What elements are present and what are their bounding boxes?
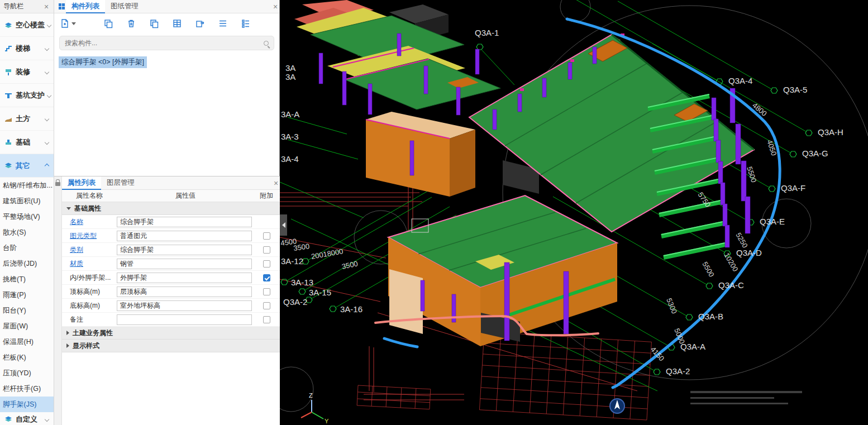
axis-label: 3A-A: [281, 109, 299, 119]
lock-icon[interactable]: [55, 182, 60, 186]
property-row: 底标高(m) 室外地坪标高: [62, 299, 280, 313]
nav-group-other[interactable]: 其它: [0, 154, 54, 178]
attach-checkbox[interactable]: [263, 302, 270, 309]
nav-item-building-area[interactable]: 建筑面积(U): [0, 193, 54, 209]
attach-checkbox[interactable]: [263, 316, 270, 323]
navigation-title: 导航栏: [3, 2, 23, 11]
nav-group-foundation[interactable]: 基础: [0, 131, 54, 154]
section-display-style[interactable]: 显示样式: [62, 340, 280, 352]
duplicate-button[interactable]: [147, 17, 161, 30]
nav-item-scaffold[interactable]: 脚手架(JS): [0, 397, 54, 412]
nav-item-canopy[interactable]: 雨蓬(P): [0, 287, 54, 303]
axis-y-label: Y: [325, 418, 329, 424]
attach-checkbox[interactable]: [263, 288, 270, 295]
component-list-item-selected[interactable]: 综合脚手架 <0> [外脚手架]: [59, 56, 147, 68]
attach-checkbox-checked[interactable]: [263, 274, 270, 281]
duplicate-icon: [149, 18, 159, 28]
new-component-button[interactable]: [60, 17, 76, 30]
prop-value-top-elevation[interactable]: 层顶标高: [117, 286, 252, 297]
nav-group-custom[interactable]: 自定义: [0, 412, 54, 425]
model-viewport[interactable]: Q3A-1 Q3A-4 Q3A-5 Q3A-H Q3A-G Q3A-F Q3A-…: [280, 0, 868, 425]
prop-name-material[interactable]: 材质: [62, 259, 117, 269]
viewport-canvas[interactable]: Q3A-1 Q3A-4 Q3A-5 Q3A-H Q3A-G Q3A-F Q3A-…: [280, 0, 868, 425]
nav-item-site-leveling[interactable]: 平整场地(V): [0, 209, 54, 225]
section-basic-properties[interactable]: 基础属性: [62, 202, 280, 215]
tab-layer-management[interactable]: 图层管理: [101, 176, 140, 190]
decoration-icon: [4, 68, 13, 77]
section-label: 显示样式: [73, 341, 99, 351]
prop-value-name[interactable]: 综合脚手架: [117, 217, 252, 227]
property-row: 类别 综合脚手架: [62, 243, 280, 257]
axis-label: 3A-16: [340, 304, 363, 314]
close-icon[interactable]: [272, 179, 280, 188]
prop-value-remark[interactable]: [117, 314, 252, 325]
delete-button[interactable]: [124, 17, 139, 30]
nav-item-parapet[interactable]: 栏板(K): [0, 350, 54, 365]
nav-item-insulation[interactable]: 保温层(H): [0, 334, 54, 350]
detail-list-button[interactable]: [216, 17, 230, 30]
nav-item-label: 脚手架(JS): [3, 400, 36, 409]
axis-label: 3A-15: [309, 288, 331, 297]
nav-item-steps[interactable]: 台阶: [0, 240, 54, 256]
prop-value-bottom-elevation[interactable]: 室外地坪标高: [117, 300, 252, 311]
tab-drawing-management[interactable]: 图纸管理: [105, 0, 144, 13]
nav-group-label: 空心楼盖: [16, 20, 45, 30]
axis-label: Q3A-2: [666, 366, 690, 376]
close-icon[interactable]: [271, 2, 279, 11]
nav-item-balcony[interactable]: 阳台(Y): [0, 303, 54, 318]
other-icon: [4, 161, 13, 170]
dim-text: 3500: [341, 259, 359, 271]
nav-item-eaves[interactable]: 挑檐(T): [0, 271, 54, 287]
nav-item-railing[interactable]: 栏杆扶手(G): [0, 381, 54, 397]
nav-group-stairs[interactable]: 楼梯: [0, 37, 54, 60]
attach-checkbox[interactable]: [263, 260, 270, 268]
nav-group-earthwork[interactable]: 土方: [0, 107, 54, 131]
axis-label: 3A: [285, 72, 295, 82]
building-model[interactable]: [294, 0, 754, 346]
prop-name-category[interactable]: 类别: [62, 245, 117, 255]
attach-checkbox[interactable]: [263, 246, 270, 254]
nav-item-roof[interactable]: 屋面(W): [0, 318, 54, 334]
attach-checkbox[interactable]: [263, 232, 270, 240]
prop-value-category[interactable]: 综合脚手架: [117, 245, 252, 255]
prop-value-material[interactable]: 钢管: [117, 259, 252, 269]
prop-name-bottom-elevation: 底标高(m): [62, 301, 117, 311]
prop-value-inner-outer[interactable]: 外脚手架: [117, 273, 252, 283]
section-civil-business[interactable]: 土建业务属性: [62, 327, 280, 340]
collapse-panel-handle[interactable]: [280, 214, 287, 236]
property-row: 材质 钢管: [62, 257, 280, 271]
nav-item-apron[interactable]: 散水(S): [0, 225, 54, 240]
nav-group-decoration[interactable]: 装修: [0, 60, 54, 84]
close-icon[interactable]: [42, 2, 50, 11]
nav-item-label: 保温层(H): [3, 337, 34, 347]
property-table-header: 属性名称 属性值 附加: [62, 190, 280, 202]
nav-item-coping[interactable]: 压顶(YD): [0, 365, 54, 381]
nav-item-steel-fiber[interactable]: 粘钢/纤维布加...: [0, 178, 54, 193]
prop-value-element-type[interactable]: 普通图元: [117, 231, 252, 241]
nav-item-label: 散水(S): [3, 228, 26, 237]
nav-group-pit-support[interactable]: 基坑支护: [0, 84, 54, 107]
chevron-down-icon: [45, 140, 49, 144]
nav-group-label: 装修: [16, 67, 30, 77]
search-input[interactable]: [65, 39, 264, 47]
foundation-icon: [4, 138, 13, 147]
nav-item-post-cast-strip[interactable]: 后浇带(JD): [0, 256, 54, 271]
attribute-filter-button[interactable]: [239, 17, 253, 30]
nav-group-hollow-floor[interactable]: 空心楼盖: [0, 13, 54, 37]
tab-component-list[interactable]: 构件列表: [66, 0, 105, 13]
section-label: 基础属性: [74, 204, 101, 213]
prop-name-element-type[interactable]: 图元类型: [62, 231, 117, 241]
col-attach: 附加: [254, 191, 279, 200]
prop-name-name[interactable]: 名称: [62, 217, 117, 227]
tab-property-list[interactable]: 属性列表: [62, 176, 101, 190]
search-box[interactable]: [59, 36, 274, 50]
nav-item-label: 阳台(Y): [3, 306, 26, 316]
nav-item-label: 栏板(K): [3, 353, 26, 362]
axis-label: Q3A-F: [781, 183, 805, 193]
chevron-down-icon: [47, 22, 51, 27]
move-to-button[interactable]: [193, 17, 207, 30]
copy-icon: [103, 18, 113, 28]
prop-name-top-elevation: 顶标高(m): [62, 287, 117, 297]
storey-copy-button[interactable]: [170, 17, 184, 30]
copy-button[interactable]: [101, 17, 116, 30]
